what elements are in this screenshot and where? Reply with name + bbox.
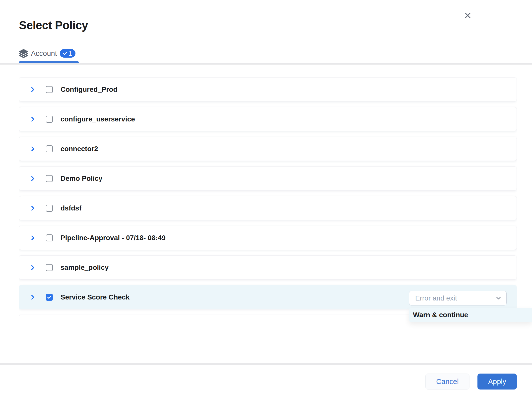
- policy-row-sample-policy[interactable]: sample_policy: [19, 255, 517, 280]
- policy-checkbox[interactable]: [46, 175, 53, 182]
- error-action-dropdown-panel: Warn & continue: [409, 308, 532, 322]
- error-action-select-value: Error and exit: [415, 294, 457, 302]
- check-icon: [63, 51, 67, 56]
- dropdown-option-warn-continue[interactable]: Warn & continue: [409, 308, 532, 322]
- layers-icon: [19, 49, 28, 58]
- policy-checkbox[interactable]: [46, 264, 53, 271]
- policy-row-connector2[interactable]: connector2: [19, 137, 517, 161]
- chevron-down-icon: [495, 295, 502, 301]
- policy-checkbox-checked[interactable]: [46, 294, 53, 301]
- policy-row-service-score-check[interactable]: Service Score Check Error and exit: [19, 285, 517, 309]
- select-policy-modal: Select Policy Account 1: [0, 0, 532, 394]
- policy-row-configured-prod[interactable]: Configured_Prod: [19, 77, 517, 101]
- tabs-divider: [0, 63, 532, 65]
- page-title: Select Policy: [19, 17, 88, 33]
- policy-checkbox[interactable]: [46, 116, 53, 123]
- expand-chevron-icon[interactable]: [29, 234, 36, 242]
- policy-row-dsfdsf[interactable]: dsfdsf: [19, 196, 517, 220]
- close-icon: [464, 11, 472, 19]
- policy-name: Configured_Prod: [61, 86, 118, 94]
- expand-chevron-icon[interactable]: [29, 204, 36, 212]
- policy-name: Demo Policy: [61, 175, 102, 183]
- policy-name: dsfdsf: [61, 204, 81, 212]
- expand-chevron-icon[interactable]: [29, 264, 36, 271]
- policy-row-configure-userservice[interactable]: configure_userservice: [19, 107, 517, 131]
- cancel-button[interactable]: Cancel: [425, 374, 469, 390]
- policy-name: Pipeline-Approval - 07/18- 08:49: [61, 234, 166, 242]
- policy-name: sample_policy: [61, 264, 109, 272]
- policy-checkbox[interactable]: [46, 145, 53, 152]
- selected-count-badge: 1: [60, 49, 75, 58]
- policy-checkbox[interactable]: [46, 205, 53, 212]
- policy-name: configure_userservice: [61, 115, 135, 123]
- policy-row-pipeline-approval[interactable]: Pipeline-Approval - 07/18- 08:49: [19, 226, 517, 250]
- selected-count: 1: [68, 50, 72, 57]
- expand-chevron-icon[interactable]: [29, 115, 36, 123]
- policy-name: Service Score Check: [61, 293, 130, 301]
- error-action-select[interactable]: Error and exit: [409, 291, 507, 305]
- policy-checkbox[interactable]: [46, 234, 53, 241]
- expand-chevron-icon[interactable]: [29, 86, 36, 93]
- expand-chevron-icon[interactable]: [29, 294, 36, 301]
- tab-account-label: Account: [31, 49, 57, 58]
- policy-row-demo-policy[interactable]: Demo Policy: [19, 166, 517, 191]
- active-tab-underline: [19, 61, 79, 63]
- expand-chevron-icon[interactable]: [29, 145, 36, 153]
- policy-checkbox[interactable]: [46, 86, 53, 93]
- policy-name: connector2: [61, 145, 98, 153]
- expand-chevron-icon[interactable]: [29, 175, 36, 182]
- footer-divider: [0, 363, 532, 365]
- apply-button[interactable]: Apply: [477, 374, 517, 390]
- policy-list: Configured_Prod configure_userservice co…: [19, 77, 517, 322]
- tab-account[interactable]: Account 1: [19, 48, 75, 59]
- close-button[interactable]: [463, 10, 473, 20]
